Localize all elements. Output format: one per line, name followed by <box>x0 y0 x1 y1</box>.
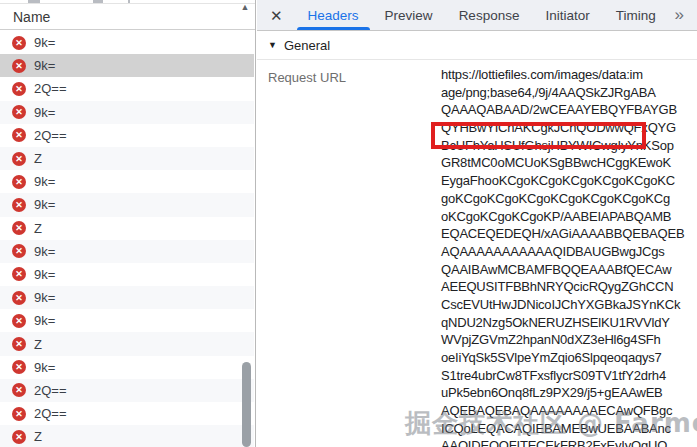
request-row[interactable]: ✕ Z <box>0 332 254 355</box>
request-name-label: 2Q== <box>34 383 67 398</box>
error-icon: ✕ <box>12 267 26 281</box>
cropped-toolbar-fragment <box>0 0 255 4</box>
request-url-line: oKCgoKCgoKCgoKP/AABEIAPABQAMB <box>441 208 694 226</box>
request-row[interactable]: ✕ 9k= <box>0 286 254 309</box>
request-url-line: QAAAQABAAD/2wCEAAYEBQYFBAYGB <box>441 101 694 119</box>
request-row[interactable]: ✕ 9k= <box>0 54 254 77</box>
error-icon: ✕ <box>12 175 26 189</box>
request-row[interactable]: ✕ 2Q== <box>0 379 254 402</box>
tab-response[interactable]: Response <box>446 0 533 30</box>
request-row[interactable]: ✕ 2Q== <box>0 402 254 425</box>
request-url-line: GR8tMC0oMCUoKSgBBwcHCggKEwoK <box>441 154 694 172</box>
request-url-line: oeIiYqSk5SVlpeYmZqio6Slpqeoqaqys7 <box>441 349 694 367</box>
request-url-line: CscEVUtHwJDNicoIJChYXGBkaJSYnKCk <box>441 296 694 314</box>
request-url-line: goKCgoKCgoKCgoKCgoKCgoKCgoKCg <box>441 190 694 208</box>
request-row[interactable]: ✕ 2Q== <box>0 124 254 147</box>
request-row[interactable]: ✕ 9k= <box>0 31 254 54</box>
cropped-ui-fragment <box>93 0 103 3</box>
tab-timing[interactable]: Timing <box>603 0 669 30</box>
request-row[interactable]: ✕ 9k= <box>0 356 254 379</box>
error-icon: ✕ <box>12 337 26 351</box>
request-list: ✕ 9k= ✕ 9k= ✕ 2Q== ✕ 9k= <box>0 31 254 447</box>
request-name-label: 2Q== <box>34 81 67 96</box>
request-row[interactable]: ✕ 9k= <box>0 170 254 193</box>
disclosure-triangle-icon: ▼ <box>268 40 277 50</box>
request-name-label: 9k= <box>34 105 55 120</box>
request-url-line: qNDU2Nzg5OkNERUZHSElKU1RVVldY <box>441 314 694 332</box>
request-row[interactable]: ✕ 2Q== <box>0 77 254 100</box>
request-row[interactable]: ✕ 9k= <box>0 101 254 124</box>
request-url-line: QAAIBAwMCBAMFBQQEAAABfQECAw <box>441 261 694 279</box>
general-section-header[interactable]: ▼ General <box>257 31 697 60</box>
error-icon: ✕ <box>12 314 26 328</box>
request-url-line: S1tre4ubrCw8TFxsflycrS09TV1tfY2drh4 <box>441 367 694 385</box>
request-name-label: 2Q== <box>34 406 67 421</box>
request-url-value: https://lottiefiles.com/images/data:im a… <box>441 66 694 447</box>
error-icon: ✕ <box>12 383 26 397</box>
request-name-label: 9k= <box>34 244 55 259</box>
request-url-line: AQAAAAAAAAAAAQIDBAUGBwgJCgs <box>441 243 694 261</box>
request-row[interactable]: ✕ 9k= <box>0 309 254 332</box>
request-name-label: 9k= <box>34 267 55 282</box>
error-icon: ✕ <box>12 105 26 119</box>
error-icon: ✕ <box>12 82 26 96</box>
request-url-line: AQEBAQEBAQAAAAAAAAECAwQFBgc <box>441 402 694 420</box>
cropped-ui-fragment <box>28 0 40 3</box>
close-icon[interactable]: ✕ <box>270 8 283 23</box>
request-row[interactable]: ✕ 9k= <box>0 193 254 216</box>
detail-tabbar: ✕ Headers Preview Response Initiator Tim… <box>257 0 697 31</box>
error-icon: ✕ <box>12 291 26 305</box>
error-icon: ✕ <box>12 430 26 444</box>
request-url-line: AAQIDEQQFITECEkFRB2FxEyIyQgUQ <box>441 437 694 447</box>
general-section-title: General <box>284 38 330 53</box>
error-icon: ✕ <box>12 152 26 166</box>
error-icon: ✕ <box>12 221 26 235</box>
more-tabs-icon[interactable]: » <box>675 5 684 25</box>
request-url-line: BcUFhYaHSUfGhsjHBYWICwgIyYnKSop <box>441 137 694 155</box>
general-section-body: Request URL https://lottiefiles.com/imag… <box>257 60 697 446</box>
request-name-label: 9k= <box>34 35 55 50</box>
request-name-label: 9k= <box>34 313 55 328</box>
cropped-ui-fragment <box>128 0 130 3</box>
error-icon: ✕ <box>12 198 26 212</box>
request-name-label: 9k= <box>34 58 55 73</box>
request-url-line: WVpjZGVmZ2hpanN0dXZ3eHl6g4SFh <box>441 331 694 349</box>
request-url-line: QYHBwYIChAKCgkJChQODwwQFxQYG <box>441 119 694 137</box>
request-name-label: 9k= <box>34 174 55 189</box>
scrollbar-up-arrow-icon[interactable]: ▲ <box>239 2 251 12</box>
name-column-header[interactable]: Name <box>0 4 255 30</box>
request-url-label: Request URL <box>268 70 346 85</box>
request-name-label: Z <box>34 337 42 352</box>
request-name-label: 9k= <box>34 290 55 305</box>
request-name-label: Z <box>34 429 42 444</box>
tab-preview[interactable]: Preview <box>372 0 446 30</box>
tab-initiator[interactable]: Initiator <box>532 0 602 30</box>
request-row[interactable]: ✕ 9k= <box>0 240 254 263</box>
request-name-label: 9k= <box>34 360 55 375</box>
request-row[interactable]: ✕ Z <box>0 425 254 447</box>
devtools-network-panel: Name ✕ 9k= ✕ 9k= ✕ 2Q== ✕ <box>0 0 697 447</box>
request-url-line: age/png;base64,/9j/4AAQSkZJRgABA <box>441 84 694 102</box>
request-row[interactable]: ✕ 9k= <box>0 263 254 286</box>
request-name-label: Z <box>34 221 42 236</box>
error-icon: ✕ <box>12 360 26 374</box>
request-list-panel: Name ✕ 9k= ✕ 9k= ✕ 2Q== ✕ <box>0 0 256 447</box>
error-icon: ✕ <box>12 128 26 142</box>
request-url-line: EygaFhooKCgoKCgoKCgoKCgoKCgoKC <box>441 172 694 190</box>
request-url-line: https://lottiefiles.com/images/data:im <box>441 66 694 84</box>
request-url-line: AEEQUSITFBBhNRYQcicRQygZGhCCN <box>441 278 694 296</box>
error-icon: ✕ <box>12 407 26 421</box>
request-name-label: Z <box>34 151 42 166</box>
error-icon: ✕ <box>12 59 26 73</box>
error-icon: ✕ <box>12 244 26 258</box>
request-name-label: 9k= <box>34 197 55 212</box>
request-url-line: EQACEQEDEQH/xAGiAAAABBQEBAQEB <box>441 225 694 243</box>
headers-detail-panel: ✕ Headers Preview Response Initiator Tim… <box>257 0 697 447</box>
request-row[interactable]: ✕ Z <box>0 147 254 170</box>
tab-headers[interactable]: Headers <box>295 0 372 30</box>
request-name-label: 2Q== <box>34 128 67 143</box>
request-row[interactable]: ✕ Z <box>0 217 254 240</box>
error-icon: ✕ <box>12 36 26 50</box>
request-url-line: uPk5ebn6Onq8fLz9PX29/j5+gEAAwEB <box>441 384 694 402</box>
scrollbar-thumb[interactable] <box>242 362 251 447</box>
